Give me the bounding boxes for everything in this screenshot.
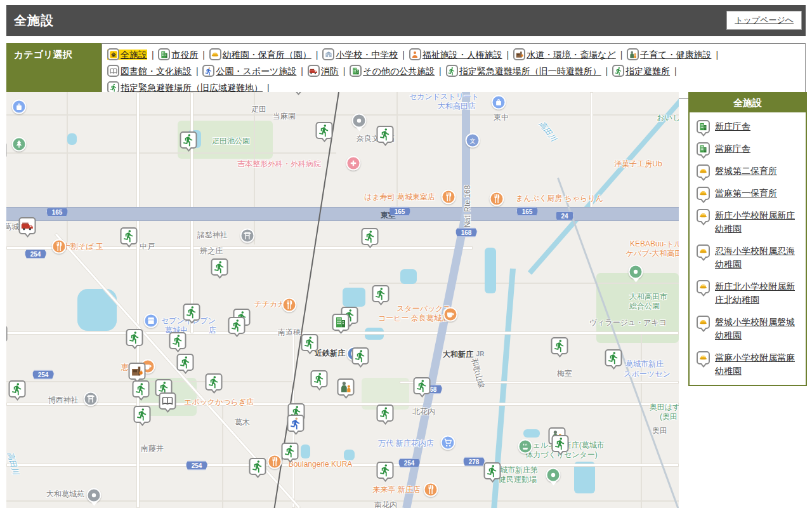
- map-marker-runner[interactable]: [228, 317, 246, 334]
- map-marker-runner[interactable]: [180, 131, 197, 149]
- poi-bag-icon: [12, 100, 27, 114]
- map-marker-runner[interactable]: [301, 334, 318, 351]
- map-marker-runner[interactable]: [362, 228, 379, 245]
- map-marker-furnace[interactable]: [129, 363, 146, 380]
- map-marker-firetruck[interactable]: [19, 217, 36, 234]
- map-label: (奥田: [660, 411, 678, 422]
- category-link-runner-13[interactable]: 指定緊急避難場所（旧広域避難地）: [107, 83, 263, 93]
- category-link-family-6[interactable]: 子育て・健康施設: [627, 50, 711, 60]
- map-marker-runner[interactable]: [126, 329, 143, 346]
- map-marker-runner[interactable]: [177, 354, 194, 371]
- building-icon: [158, 48, 170, 60]
- poi-shrine-icon: [240, 229, 255, 243]
- map-label: 近鉄新庄: [315, 348, 345, 359]
- map-marker-family[interactable]: [337, 378, 355, 396]
- hat-icon: [697, 351, 710, 364]
- map-street: [6, 500, 679, 502]
- poi-fork-icon: [52, 239, 67, 254]
- map-pond: [485, 248, 496, 293]
- map-label: Boulangerie KURA: [289, 460, 353, 469]
- map-label: スポーツセン: [624, 369, 670, 380]
- facility-link[interactable]: 當麻庁舎: [715, 144, 750, 154]
- map-marker-building[interactable]: [6, 325, 8, 342]
- top-page-link[interactable]: トップページへ: [726, 11, 802, 30]
- map-marker-runner[interactable]: [551, 337, 568, 354]
- map-road: [136, 92, 140, 508]
- poi-fork-icon: [442, 190, 456, 204]
- map-marker-runner[interactable]: [9, 380, 26, 398]
- category-link-runner-11[interactable]: 指定緊急避難場所（旧一時避難所）: [446, 66, 601, 76]
- route-shield-168: 168: [455, 228, 478, 237]
- facility-link[interactable]: 磐城第二保育所: [715, 166, 777, 176]
- facility-link[interactable]: 當麻第一保育所: [715, 188, 777, 198]
- category-separator: |: [618, 50, 625, 60]
- map-label: 店: [209, 325, 216, 336]
- map-marker-runner[interactable]: [6, 142, 7, 159]
- route-shield-254: 254: [25, 250, 47, 259]
- map-marker-runner[interactable]: [311, 370, 328, 387]
- map-marker-runner[interactable]: [206, 373, 223, 391]
- map-marker-building[interactable]: [332, 314, 350, 331]
- map-marker-runner[interactable]: [414, 377, 431, 394]
- category-link-runner-12[interactable]: 指定避難所: [612, 66, 670, 76]
- map-marker-runner[interactable]: [121, 227, 138, 244]
- hat-icon: [697, 187, 710, 200]
- person-icon: [409, 48, 421, 60]
- category-link-book-7[interactable]: 図書館・文化施設: [107, 66, 192, 76]
- map-label: 疋田池公園: [212, 136, 250, 147]
- map-marker-runner[interactable]: [377, 126, 394, 143]
- map-marker-runner[interactable]: [352, 347, 369, 364]
- map-marker-runner[interactable]: [552, 435, 569, 452]
- category-link-furnace-5[interactable]: 水道・環境・斎場など: [513, 50, 616, 60]
- poi-schooltxt-icon: 文: [466, 133, 480, 148]
- map-label: 北花内: [412, 406, 435, 417]
- map-label: 葛木: [235, 417, 250, 428]
- category-link-sports-8[interactable]: 公園・スポーツ施設: [202, 66, 296, 76]
- category-link-hat-2[interactable]: 幼稚園・保育所（園）: [209, 50, 311, 60]
- map-label: 健民運動場: [499, 474, 537, 485]
- category-link-all-0[interactable]: 全全施設: [107, 50, 147, 60]
- facility-link[interactable]: 忍海小学校附属忍海幼稚園: [715, 246, 795, 269]
- category-link-school-3[interactable]: 小学校・中学校: [322, 50, 398, 60]
- category-link-building-10[interactable]: その他の公共施設: [350, 66, 435, 76]
- category-link-building-1[interactable]: 市役所: [158, 50, 198, 60]
- facility-link[interactable]: 新庄北小学校附属新庄北幼稚園: [715, 281, 795, 305]
- map-road: [6, 403, 679, 406]
- category-link-person-4[interactable]: 福祉施設・人権施設: [409, 50, 502, 60]
- map-marker-book[interactable]: [159, 392, 176, 410]
- map-marker-runner[interactable]: [282, 443, 299, 460]
- map-marker-runner[interactable]: [183, 304, 200, 321]
- map-label: 疋田: [251, 104, 266, 115]
- map-marker-runner[interactable]: [605, 349, 622, 366]
- map-marker-runner[interactable]: [484, 462, 501, 479]
- map-marker-runner[interactable]: [249, 458, 266, 475]
- facility-link[interactable]: 新庄小学校附属新庄幼稚園: [715, 210, 795, 234]
- category-bar-label: カテゴリ選択: [6, 43, 102, 99]
- hat-icon: [697, 244, 710, 258]
- map-label: ケバブ-大和高田店: [626, 248, 679, 259]
- map-label: おいし: [657, 112, 679, 123]
- map-marker-sports[interactable]: [287, 415, 304, 432]
- map-label: 中戸: [140, 241, 155, 252]
- map-marker-runner[interactable]: [133, 380, 150, 398]
- map-label: 博西神社: [48, 395, 79, 406]
- map-marker-runner[interactable]: [316, 122, 333, 139]
- facility-map[interactable]: セカンドストリート大和高田店疋田当麻園東中おいし高田川奈良文化高疋田池公園吉本整…: [6, 92, 679, 508]
- map-marker-runner[interactable]: [377, 462, 394, 479]
- map-label: 梅室: [557, 368, 572, 379]
- map-street: [396, 92, 398, 206]
- poi-shrine-icon: [84, 392, 98, 406]
- map-marker-runner[interactable]: [211, 258, 228, 276]
- map-marker-runner[interactable]: [169, 332, 187, 349]
- poi-bag-icon: [492, 95, 506, 110]
- map-marker-runner[interactable]: [134, 406, 151, 423]
- map-street: [67, 92, 68, 244]
- category-label: 消防: [321, 66, 339, 76]
- facility-link[interactable]: 磐城小学校附属磐城幼稚園: [715, 317, 795, 340]
- map-label: コーヒー 奈良葛城店: [378, 313, 449, 324]
- category-link-firetruck-9[interactable]: 消防: [308, 66, 339, 76]
- map-marker-runner[interactable]: [377, 404, 394, 422]
- facility-link[interactable]: 當麻小学校附属當麻幼稚園: [715, 352, 795, 376]
- map-marker-runner[interactable]: [372, 285, 390, 302]
- facility-link[interactable]: 新庄庁舎: [715, 121, 750, 131]
